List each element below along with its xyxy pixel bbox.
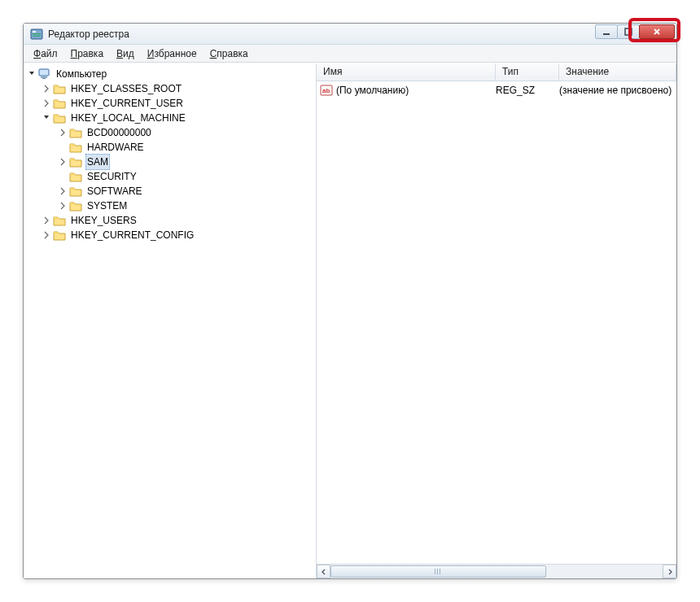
svg-rect-3 (33, 35, 41, 36)
tree-node-hkcr[interactable]: HKEY_CLASSES_ROOT (25, 81, 314, 96)
values-list[interactable]: ab (По умолчанию) REG_SZ (значение не пр… (317, 81, 676, 564)
registry-tree[interactable]: Компьютер HKEY_CLASSES_ROOT HKEY_CURRENT… (24, 63, 317, 578)
tree-node-hklm[interactable]: HKEY_LOCAL_MACHINE (25, 111, 314, 125)
horizontal-scrollbar[interactable] (317, 564, 676, 578)
tree-node-system[interactable]: SYSTEM (25, 198, 314, 213)
maximize-button[interactable] (617, 24, 640, 39)
tree-node-sam[interactable]: SAM (25, 155, 314, 169)
scroll-thumb[interactable] (330, 565, 546, 578)
svg-rect-2 (33, 33, 41, 34)
list-header: Имя Тип Значение (317, 63, 676, 81)
collapse-icon[interactable] (27, 69, 37, 79)
column-header-value[interactable]: Значение (559, 63, 676, 81)
tree-node-computer[interactable]: Компьютер (25, 67, 314, 81)
column-header-type[interactable]: Тип (496, 63, 559, 81)
svg-rect-7 (41, 76, 47, 78)
value-data: (значение не присвоено) (559, 85, 676, 96)
folder-icon (69, 126, 82, 139)
svg-rect-6 (39, 69, 49, 76)
menu-file[interactable]: Файл (27, 46, 64, 61)
string-value-icon: ab (320, 84, 333, 97)
value-type: REG_SZ (496, 85, 559, 96)
expand-icon[interactable] (58, 201, 68, 211)
scroll-left-button[interactable] (317, 565, 330, 578)
expand-icon[interactable] (42, 84, 51, 94)
scroll-track[interactable] (330, 565, 663, 578)
folder-icon (69, 155, 82, 168)
menu-view[interactable]: Вид (110, 46, 141, 61)
folder-icon (53, 111, 66, 124)
regedit-app-icon (30, 28, 43, 41)
svg-rect-5 (625, 28, 632, 35)
window-controls (596, 24, 675, 39)
expand-icon[interactable] (42, 230, 51, 240)
folder-icon (69, 170, 82, 183)
svg-rect-8 (42, 78, 46, 79)
menubar: Файл Правка Вид Избранное Справка (24, 45, 676, 63)
collapse-icon[interactable] (42, 113, 51, 123)
tree-label: SOFTWARE (85, 184, 144, 198)
folder-icon (53, 229, 66, 242)
tree-label: SYSTEM (85, 198, 129, 213)
values-pane: Имя Тип Значение ab (По умолчанию) REG_S… (317, 63, 676, 578)
tree-node-hardware[interactable]: HARDWARE (25, 140, 314, 155)
list-row[interactable]: ab (По умолчанию) REG_SZ (значение не пр… (317, 83, 676, 98)
folder-icon (69, 185, 82, 198)
folder-icon (53, 97, 66, 110)
close-button[interactable] (639, 24, 675, 39)
menu-favorites[interactable]: Избранное (141, 46, 203, 61)
titlebar[interactable]: Редактор реестра (24, 24, 676, 45)
tree-node-security[interactable]: SECURITY (25, 169, 314, 184)
folder-icon (69, 141, 82, 154)
value-name: (По умолчанию) (336, 85, 496, 96)
tree-label: HKEY_LOCAL_MACHINE (69, 111, 187, 125)
tree-label-selected: SAM (85, 154, 110, 170)
folder-icon (53, 214, 66, 227)
tree-label: Компьютер (55, 67, 108, 81)
tree-node-hkcu[interactable]: HKEY_CURRENT_USER (25, 96, 314, 111)
window-title: Редактор реестра (48, 28, 129, 40)
tree-node-bcd[interactable]: BCD00000000 (25, 125, 314, 140)
tree-label: SECURITY (85, 169, 138, 184)
expand-icon[interactable] (42, 216, 51, 225)
expand-icon[interactable] (42, 98, 51, 108)
tree-node-software[interactable]: SOFTWARE (25, 184, 314, 198)
folder-icon (69, 199, 82, 212)
minimize-button[interactable] (595, 24, 618, 39)
tree-label: HKEY_CURRENT_CONFIG (69, 228, 195, 242)
menu-edit[interactable]: Правка (64, 46, 111, 61)
menu-help[interactable]: Справка (203, 46, 255, 61)
computer-icon (38, 68, 51, 81)
tree-label: HKEY_CURRENT_USER (69, 96, 185, 111)
tree-node-hku[interactable]: HKEY_USERS (25, 213, 314, 228)
registry-editor-window: Редактор реестра Файл Правка Вид Избранн… (23, 23, 677, 579)
grip-icon (435, 569, 442, 574)
tree-label: HARDWARE (85, 140, 146, 155)
svg-text:ab: ab (322, 87, 330, 94)
folder-icon (53, 82, 66, 95)
tree-label: BCD00000000 (85, 125, 153, 140)
scroll-right-button[interactable] (663, 565, 676, 578)
expand-icon[interactable] (58, 186, 68, 196)
svg-rect-1 (33, 31, 36, 33)
svg-rect-4 (603, 33, 610, 35)
expand-icon[interactable] (58, 157, 68, 167)
tree-label: HKEY_CLASSES_ROOT (69, 81, 183, 96)
column-header-name[interactable]: Имя (317, 63, 496, 81)
content-area: Компьютер HKEY_CLASSES_ROOT HKEY_CURRENT… (24, 63, 676, 578)
expand-icon[interactable] (58, 128, 68, 137)
tree-node-hkcc[interactable]: HKEY_CURRENT_CONFIG (25, 228, 314, 242)
tree-label: HKEY_USERS (69, 213, 138, 228)
